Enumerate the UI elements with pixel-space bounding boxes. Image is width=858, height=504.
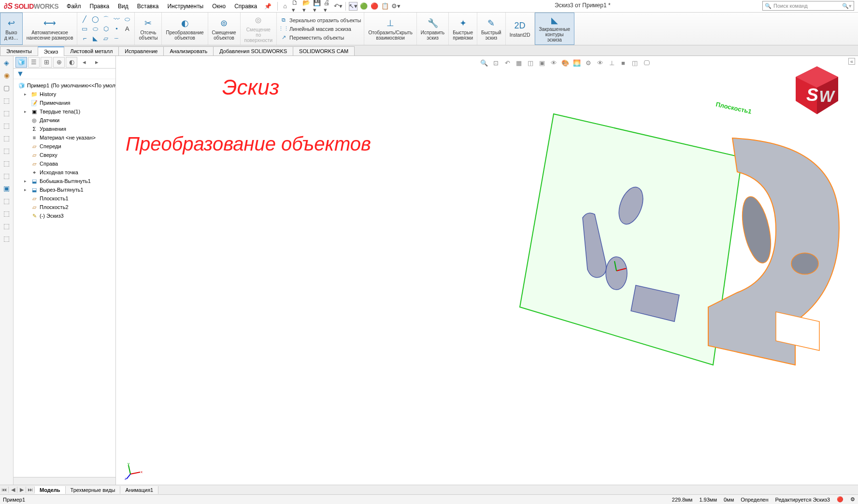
tree-root[interactable]: 🧊Пример1 (По умолчанию<<По умолч xyxy=(14,81,115,90)
tree-sketch3[interactable]: ✎(-) Эскиз3 xyxy=(14,211,115,220)
panel-nav-right[interactable]: ▸ xyxy=(91,57,102,68)
tab-model[interactable]: Модель xyxy=(35,486,66,494)
mirror-entities-button[interactable]: ⧉Зеркально отразить объекты xyxy=(280,16,361,25)
feature-tree-tab[interactable]: 🧊 xyxy=(15,57,27,68)
status-unit-icon[interactable]: ⚙ xyxy=(850,496,855,503)
vt-icon-12[interactable]: ⬚ xyxy=(2,234,12,243)
undo-icon[interactable]: ↶▾ xyxy=(334,2,343,11)
select-icon[interactable]: ↖▾ xyxy=(349,2,358,11)
point-icon[interactable]: • xyxy=(112,25,121,33)
tree-history[interactable]: ▸📁History xyxy=(14,90,115,98)
save-icon[interactable]: 💾▾ xyxy=(313,2,321,11)
dimxpert-tab[interactable]: ⊕ xyxy=(53,57,65,68)
nav-first-icon[interactable]: ⏮ xyxy=(0,487,9,493)
move-entities-button[interactable]: ↗Переместить объекты xyxy=(280,33,361,42)
print-icon[interactable]: 🖨▾ xyxy=(323,2,332,11)
new-icon[interactable]: 🗋▾ xyxy=(291,2,300,11)
status-rebuild-icon[interactable]: 🔴 xyxy=(837,496,844,503)
nav-next-icon[interactable]: ▶ xyxy=(17,487,26,493)
tab-evaluate[interactable]: Исправление xyxy=(118,46,164,56)
options-icon[interactable]: 📋 xyxy=(381,2,389,11)
menu-file[interactable]: Файл xyxy=(62,3,86,10)
drawing-icon[interactable]: ▢ xyxy=(2,83,12,93)
vt-icon-1[interactable]: ⬚ xyxy=(2,96,12,105)
circle-icon[interactable]: ◯ xyxy=(91,15,100,24)
instant2d-button[interactable]: 2DInstant2D xyxy=(506,13,535,45)
text-icon[interactable]: A xyxy=(123,25,131,33)
offset-entities-button[interactable]: ⊚Смещение объектов xyxy=(208,13,241,45)
apply-scene-icon[interactable]: 🌅 xyxy=(572,58,582,68)
assembly-icon[interactable]: ◉ xyxy=(2,70,12,80)
tab-3d-views[interactable]: Трехмерные виды xyxy=(66,486,121,494)
previous-view-icon[interactable]: ↶ xyxy=(502,58,512,68)
display-tab[interactable]: ◐ xyxy=(66,57,77,68)
fillet-icon[interactable]: ⌐ xyxy=(80,34,89,43)
rebuild-icon[interactable]: 🟢 xyxy=(359,2,368,11)
chamfer-icon[interactable]: ◣ xyxy=(91,34,100,43)
vt-icon-8[interactable]: ▣ xyxy=(2,183,12,193)
display-relations-button[interactable]: ⊥Отобразить/Скрыть взаимосвязи xyxy=(364,13,416,45)
view-orientation-icon[interactable]: ◫ xyxy=(526,58,535,68)
vt-icon-4[interactable]: ⬚ xyxy=(2,133,12,143)
vt-icon-10[interactable]: ⬚ xyxy=(2,209,12,218)
arc-icon[interactable]: ⌒ xyxy=(101,15,110,24)
shaded-sketch-button[interactable]: ◣Закрашенные контуры эскиза xyxy=(535,13,574,45)
tab-analyze[interactable]: Анализировать xyxy=(163,46,214,56)
tree-boss-extrude[interactable]: ▸⬓Бобышка-Вытянуть1 xyxy=(14,177,115,185)
tree-cut-extrude[interactable]: ▸⬓Вырез-Вытянуть1 xyxy=(14,185,115,194)
tab-features[interactable]: Элементы xyxy=(0,46,38,56)
vt-icon-7[interactable]: ⬚ xyxy=(2,171,12,181)
tree-equations[interactable]: ΣУравнения xyxy=(14,125,115,133)
linear-pattern-button[interactable]: ⋮⋮Линейный массив эскиза xyxy=(280,25,361,33)
edit-appearance-icon[interactable]: 🎨 xyxy=(560,58,570,68)
orientation-triad[interactable]: x y z xyxy=(125,461,144,480)
ellipse-icon[interactable]: ⬭ xyxy=(123,15,131,24)
render-icon[interactable]: ■ xyxy=(618,58,628,68)
home-icon[interactable]: ⌂ xyxy=(281,2,289,11)
plane-tool-icon[interactable]: ▱ xyxy=(101,34,110,43)
centerline-icon[interactable]: ┄ xyxy=(112,34,121,43)
slot-icon[interactable]: ⬭ xyxy=(91,25,100,33)
hide-item-icon[interactable]: 👁 xyxy=(595,58,605,68)
smart-dimension-button[interactable]: ⟷Автоматическое нанесение размеров xyxy=(23,13,78,45)
tree-sensors[interactable]: ◎Датчики xyxy=(14,116,115,125)
part-icon[interactable]: ◈ xyxy=(2,58,12,68)
vt-icon-11[interactable]: ⬚ xyxy=(2,221,12,231)
tab-cam[interactable]: SOLIDWORKS CAM xyxy=(293,46,355,56)
tree-solid-bodies[interactable]: ▸▣Твердые тела(1) xyxy=(14,107,115,116)
zoom-area-icon[interactable]: ⊡ xyxy=(491,58,500,68)
nav-last-icon[interactable]: ⏭ xyxy=(26,487,35,493)
tab-animation[interactable]: Анимация1 xyxy=(120,486,158,494)
rebuild-all-icon[interactable]: 🔴 xyxy=(370,2,379,11)
rapid-sketch-button[interactable]: ✎Быстрый эскиз xyxy=(477,13,506,45)
graphics-viewport[interactable]: 🔍 ⊡ ↶ ▦ ◫ ▣ 👁 🎨 🌅 ⚙ 👁 ⊥ ■ ◫ 🖵 Эскиз Прео… xyxy=(116,56,858,485)
repair-sketch-button[interactable]: 🔧Исправить эскиз xyxy=(417,13,449,45)
menu-tools[interactable]: Инструменты xyxy=(163,3,208,10)
tree-right-plane[interactable]: ▱Справа xyxy=(14,159,115,168)
tree-front-plane[interactable]: ▱Спереди xyxy=(14,142,115,151)
view-cube-icon[interactable]: ◫ xyxy=(630,58,640,68)
nav-prev-icon[interactable]: ◀ xyxy=(9,487,17,493)
tree-plane2[interactable]: ▱Плоскость2 xyxy=(14,203,115,211)
menu-edit[interactable]: Правка xyxy=(86,3,114,10)
property-manager-tab[interactable]: ☰ xyxy=(28,57,40,68)
quick-snaps-button[interactable]: ✦Быстрые привязки xyxy=(449,13,477,45)
trim-entities-button[interactable]: ✂Отсечь объекты xyxy=(135,13,162,45)
spline-icon[interactable]: 〰 xyxy=(112,15,121,24)
tab-sketch[interactable]: Эскиз xyxy=(38,46,64,56)
vt-icon-6[interactable]: ⬚ xyxy=(2,158,12,168)
tree-plane1[interactable]: ▱Плоскость1 xyxy=(14,194,115,203)
screen-capture-icon[interactable]: 🖵 xyxy=(642,58,651,68)
command-search[interactable]: 🔍 Поиск команд 🔍▾ xyxy=(762,1,854,11)
display-style-icon[interactable]: ▣ xyxy=(537,58,547,68)
panel-nav-left[interactable]: ◂ xyxy=(78,57,90,68)
menu-insert[interactable]: Вставка xyxy=(133,3,163,10)
hide-show-icon[interactable]: 👁 xyxy=(549,58,558,68)
view-settings-icon[interactable]: ⚙ xyxy=(584,58,593,68)
menu-window[interactable]: Окно xyxy=(208,3,230,10)
tree-material[interactable]: ≡Материал <не указан> xyxy=(14,133,115,142)
tree-annotations[interactable]: 📝Примечания xyxy=(14,98,115,107)
vt-icon-5[interactable]: ⬚ xyxy=(2,146,12,155)
section-view-icon[interactable]: ▦ xyxy=(514,58,524,68)
polygon-icon[interactable]: ⬡ xyxy=(101,25,110,33)
